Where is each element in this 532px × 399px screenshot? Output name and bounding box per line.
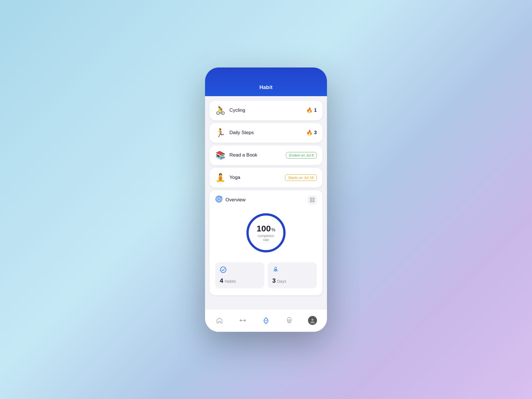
completion-circle-container: 100 % completion rate [215, 210, 317, 256]
habit-card-cycling[interactable]: 🚴 Cycling 🔥 1 [210, 101, 322, 120]
read-book-emoji: 📚 [215, 151, 225, 160]
app-header: Habit [205, 67, 327, 96]
fire-icon-daily-steps: 🔥 [306, 130, 313, 136]
overview-expand-button[interactable] [308, 195, 317, 204]
read-book-name: Read a Book [229, 152, 257, 158]
habit-left-read-book: 📚 Read a Book [215, 151, 257, 160]
svg-rect-7 [310, 200, 312, 202]
nav-nature[interactable] [259, 313, 273, 328]
app-title: Habit [259, 85, 273, 90]
stats-row: 4 Habits 3 [215, 262, 317, 288]
svg-rect-15 [240, 319, 241, 322]
percent-sign: % [271, 227, 275, 233]
stat-habits: 4 Habits [215, 262, 264, 288]
svg-point-20 [289, 320, 290, 321]
nav-nutrition[interactable] [282, 313, 296, 328]
starts-badge: Starts on Jul 16 [285, 174, 317, 181]
svg-rect-16 [244, 319, 245, 322]
svg-rect-6 [313, 198, 314, 199]
completion-percent: 100 % [255, 224, 277, 233]
cycling-streak: 🔥 1 [306, 107, 317, 113]
habits-label: Habits [225, 279, 236, 284]
daily-steps-emoji: 🏃 [215, 128, 225, 138]
bottom-nav [205, 309, 327, 332]
stat-days: 3 Days [268, 262, 317, 288]
days-count: 3 [272, 277, 276, 284]
main-content: 🚴 Cycling 🔥 1 🏃 Daily Steps 🔥 3 📚 R [205, 96, 327, 309]
profile-avatar [308, 316, 317, 325]
svg-rect-5 [310, 198, 312, 199]
habit-left-yoga: 🧘 Yoga [215, 173, 240, 182]
overview-title: Overview [225, 197, 246, 203]
completion-number: 100 [257, 224, 271, 233]
svg-point-22 [311, 318, 314, 321]
bottom-spacer [210, 298, 322, 301]
habit-left-daily-steps: 🏃 Daily Steps [215, 128, 254, 138]
yoga-emoji: 🧘 [215, 173, 225, 182]
check-icon [220, 266, 260, 275]
daily-steps-streak: 🔥 3 [306, 130, 317, 136]
cycling-name: Cycling [229, 107, 245, 113]
cycling-streak-count: 1 [314, 107, 317, 113]
overview-icon [215, 195, 223, 204]
svg-point-12 [275, 269, 276, 270]
daily-steps-name: Daily Steps [229, 130, 254, 136]
svg-point-2 [218, 198, 220, 200]
completion-circle: 100 % completion rate [243, 210, 289, 256]
daily-steps-streak-count: 3 [314, 130, 317, 136]
habit-card-yoga[interactable]: 🧘 Yoga Starts on Jul 16 [210, 168, 322, 187]
overview-header: Overview [215, 195, 317, 204]
nav-workout[interactable] [236, 313, 250, 328]
habit-left-cycling: 🚴 Cycling [215, 106, 245, 115]
yoga-name: Yoga [229, 175, 240, 180]
svg-point-11 [220, 267, 226, 273]
habits-value-row: 4 Habits [220, 277, 260, 284]
read-book-badge: Ended on Jul 8 [286, 152, 317, 159]
ended-badge: Ended on Jul 8 [286, 152, 317, 159]
svg-rect-8 [313, 200, 314, 202]
nav-home[interactable] [212, 313, 227, 328]
habit-card-read-book[interactable]: 📚 Read a Book Ended on Jul 8 [210, 145, 322, 165]
completion-label: completion rate [255, 234, 277, 242]
habit-card-daily-steps[interactable]: 🏃 Daily Steps 🔥 3 [210, 123, 322, 143]
svg-rect-17 [241, 320, 244, 321]
fire-icon-cycling: 🔥 [306, 107, 313, 113]
cycling-emoji: 🚴 [215, 106, 225, 115]
overview-card: Overview [210, 190, 322, 295]
completion-text: 100 % completion rate [255, 224, 277, 242]
rocket-icon [272, 266, 312, 275]
habits-count: 4 [220, 277, 223, 284]
days-label: Days [277, 279, 286, 284]
nav-profile[interactable] [305, 313, 320, 328]
days-value-row: 3 Days [272, 277, 312, 284]
phone-frame: Habit 🚴 Cycling 🔥 1 🏃 Daily Steps 🔥 3 [205, 67, 327, 332]
overview-header-left: Overview [215, 195, 246, 204]
yoga-badge: Starts on Jul 16 [285, 174, 317, 181]
